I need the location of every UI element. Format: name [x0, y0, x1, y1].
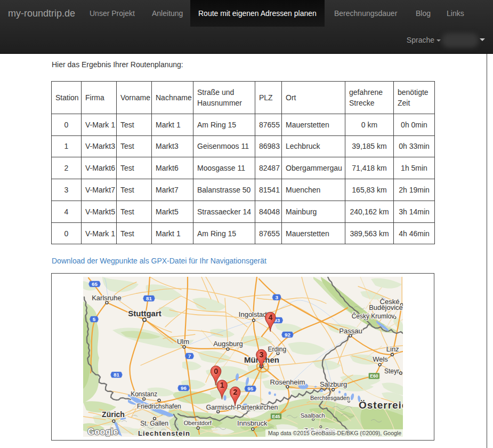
svg-text:0: 0	[214, 367, 218, 375]
svg-text:E45: E45	[272, 414, 280, 419]
svg-text:5: 5	[92, 317, 95, 323]
svg-text:Rosenheim: Rosenheim	[270, 378, 305, 386]
svg-text:95: 95	[247, 386, 253, 392]
svg-text:81: 81	[146, 296, 152, 302]
svg-text:Liechtenstein: Liechtenstein	[138, 429, 190, 437]
svg-text:4: 4	[268, 313, 272, 322]
svg-text:Innsbruck: Innsbruck	[237, 419, 268, 427]
svg-text:3: 3	[275, 294, 278, 300]
svg-text:Map data ©2015 GeoBasis-DE/BKG: Map data ©2015 GeoBasis-DE/BKG (©2009), …	[268, 430, 401, 436]
svg-text:Steyr: Steyr	[384, 368, 399, 375]
svg-text:Saalbach: Saalbach	[300, 413, 325, 419]
svg-text:96: 96	[181, 386, 187, 391]
svg-text:St. Gallen: St. Gallen	[140, 420, 168, 428]
svg-text:Stuttgart: Stuttgart	[128, 309, 161, 318]
svg-text:Konstanz: Konstanz	[131, 390, 157, 398]
svg-text:Wels: Wels	[373, 356, 388, 364]
svg-text:92: 92	[284, 332, 290, 338]
svg-text:65: 65	[92, 282, 98, 287]
svg-text:Passau: Passau	[339, 327, 362, 335]
svg-text:3: 3	[259, 350, 263, 359]
svg-text:Zürich: Zürich	[102, 411, 125, 419]
svg-text:Ulm: Ulm	[176, 338, 189, 346]
svg-text:Oberstdorf: Oberstdorf	[183, 420, 212, 427]
svg-text:Ingolstadt: Ingolstadt	[238, 310, 269, 318]
svg-text:Český Krumlov: Český Krumlov	[351, 313, 394, 321]
svg-text:Friedrichshafen: Friedrichshafen	[137, 403, 181, 411]
svg-text:Erding: Erding	[268, 346, 286, 353]
svg-text:Linz: Linz	[386, 345, 399, 353]
svg-text:Google: Google	[87, 427, 118, 436]
svg-text:Salzburg: Salzburg	[319, 381, 346, 389]
svg-text:7: 7	[188, 354, 191, 359]
svg-text:Österreich: Österreich	[359, 400, 403, 411]
svg-text:2: 2	[233, 388, 237, 396]
svg-text:81: 81	[114, 372, 119, 378]
svg-text:Karlsruhe: Karlsruhe	[92, 294, 122, 302]
svg-text:Berchtesgaden: Berchtesgaden	[310, 395, 350, 401]
svg-text:Garmisch-Partenkirchen: Garmisch-Partenkirchen	[206, 404, 278, 411]
svg-text:Augsburg: Augsburg	[213, 340, 243, 348]
svg-text:E60: E60	[370, 374, 378, 379]
svg-text:1: 1	[220, 381, 224, 390]
svg-text:Budějovice: Budějovice	[369, 303, 403, 311]
